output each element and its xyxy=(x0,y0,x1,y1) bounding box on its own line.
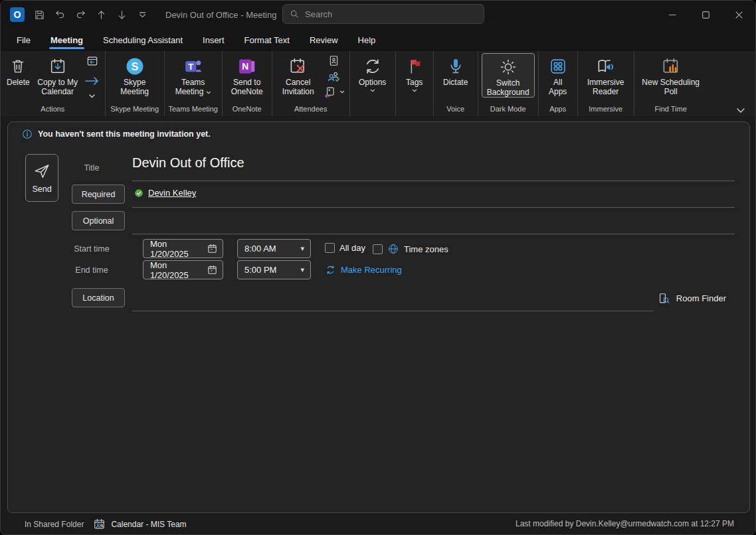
svg-text:N: N xyxy=(242,62,248,72)
address-book-button[interactable] xyxy=(328,54,340,67)
start-date-field[interactable]: Mon 1/20/2025 xyxy=(143,239,223,258)
all-day-checkbox-row: All day xyxy=(325,243,365,253)
forward-dropdown-icon[interactable] xyxy=(89,94,95,98)
ribbon-group-options: Options xyxy=(350,51,396,116)
teams-icon: T xyxy=(183,55,203,78)
response-options-button[interactable] xyxy=(324,86,345,98)
search-box[interactable] xyxy=(282,4,484,24)
ribbon-group-voice: Dictate Voice xyxy=(434,51,478,116)
options-button[interactable]: Options xyxy=(353,53,392,92)
scheduling-poll-icon xyxy=(661,55,681,78)
window-title: Devin Out of Office - Meeting xyxy=(165,10,276,20)
paper-plane-icon xyxy=(33,163,50,180)
teams-meeting-button[interactable]: T Teams Meeting xyxy=(168,53,219,96)
statusbar-folder: In Shared Folder Calendar - MIS Team xyxy=(25,518,187,530)
ribbon: Delete Copy to My Calendar xyxy=(1,51,755,116)
all-apps-button[interactable]: All Apps xyxy=(542,53,574,96)
info-icon xyxy=(22,129,33,139)
location-button[interactable]: Location xyxy=(72,288,125,307)
folder-name[interactable]: Calendar - MIS Team xyxy=(111,520,186,529)
flag-icon xyxy=(405,55,424,78)
chevron-down-icon xyxy=(339,90,345,94)
onenote-icon: N xyxy=(237,55,257,78)
new-scheduling-poll-button[interactable]: New Scheduling Poll xyxy=(638,53,704,96)
forward-arrow-button[interactable] xyxy=(84,76,100,86)
immersive-reader-button[interactable]: Immersive Reader xyxy=(581,53,630,96)
send-to-onenote-button[interactable]: N Send to OneNote xyxy=(226,53,268,96)
start-time-label: Start time xyxy=(65,244,118,254)
ribbon-group-dark-mode: Switch Background Dark Mode xyxy=(478,51,539,116)
dictate-button[interactable]: Dictate xyxy=(437,53,474,87)
tab-scheduling-assistant[interactable]: Scheduling Assistant xyxy=(102,31,184,50)
ribbon-group-attendees: Cancel Invitation Attendees xyxy=(272,51,350,116)
ribbon-group-teams-meeting: T Teams Meeting Teams Meeting xyxy=(165,51,223,116)
title-field[interactable]: Devin Out of Office xyxy=(132,155,244,171)
tab-meeting[interactable]: Meeting xyxy=(49,31,84,50)
tab-file[interactable]: File xyxy=(15,31,32,50)
dropdown-caret-icon: ▾ xyxy=(300,266,304,274)
check-names-button[interactable] xyxy=(327,70,341,84)
all-day-checkbox[interactable] xyxy=(325,243,335,253)
outlook-logo-icon: O xyxy=(10,7,25,22)
make-recurring-link[interactable]: Make Recurring xyxy=(325,264,402,275)
ribbon-group-skype-meeting: S Skype Meeting Skype Meeting xyxy=(106,51,165,116)
attendees-small-buttons xyxy=(322,53,346,100)
customize-toolbar-icon[interactable] xyxy=(136,9,148,21)
titlebar: O Devin Out of Office - Meeting xyxy=(1,1,755,29)
title-label: Title xyxy=(65,163,118,173)
cancel-invitation-button[interactable]: Cancel Invitation xyxy=(276,53,321,96)
end-date-field[interactable]: Mon 1/20/2025 xyxy=(143,260,223,279)
end-time-label: End time xyxy=(65,266,118,275)
svg-text:S: S xyxy=(131,60,138,72)
calendar-copy-icon xyxy=(48,55,67,78)
collapse-ribbon-button[interactable] xyxy=(737,108,745,113)
ribbon-group-actions: Delete Copy to My Calendar xyxy=(1,51,106,116)
last-modified-text: Last modified by Devin.Kelley@urmedwatch… xyxy=(516,519,734,528)
maximize-button[interactable] xyxy=(689,1,722,29)
chevron-down-icon xyxy=(370,89,375,92)
tab-review[interactable]: Review xyxy=(308,31,339,50)
ribbon-group-tags: Tags xyxy=(396,51,434,116)
optional-button[interactable]: Optional xyxy=(72,211,125,230)
end-time-dropdown[interactable]: 5:00 PM ▾ xyxy=(237,260,311,279)
switch-background-button[interactable]: Switch Background xyxy=(482,53,535,98)
save-button[interactable] xyxy=(33,9,45,21)
send-button[interactable]: Send xyxy=(25,154,58,202)
required-attendee-chip[interactable]: Devin Kelley xyxy=(134,188,196,198)
calendar-cancel-icon xyxy=(288,55,308,78)
undo-button[interactable] xyxy=(54,9,66,21)
tags-button[interactable]: Tags xyxy=(399,53,430,92)
immersive-reader-icon xyxy=(596,55,616,78)
skype-meeting-button[interactable]: S Skype Meeting xyxy=(109,53,161,96)
chevron-down-icon xyxy=(206,91,211,94)
copy-to-my-calendar-button[interactable]: Copy to My Calendar xyxy=(34,53,82,96)
sync-arrows-icon xyxy=(363,55,383,78)
ribbon-group-immersive: Immersive Reader Immersive xyxy=(578,51,634,116)
required-button[interactable]: Required xyxy=(72,185,125,204)
menubar: File Meeting Scheduling Assistant Insert… xyxy=(1,29,755,51)
meeting-form: You haven't sent this meeting invitation… xyxy=(7,121,750,513)
redo-button[interactable] xyxy=(74,9,86,21)
ribbon-group-onenote: N Send to OneNote OneNote xyxy=(223,51,272,116)
down-arrow-button[interactable] xyxy=(116,9,128,21)
separator xyxy=(132,234,735,234)
minimize-button[interactable] xyxy=(656,1,689,29)
shared-folder-label: In Shared Folder xyxy=(25,520,84,529)
calendar-icon xyxy=(207,264,218,275)
close-button[interactable] xyxy=(722,1,755,29)
delete-button[interactable]: Delete xyxy=(4,53,33,87)
separator xyxy=(132,311,654,311)
tab-format-text[interactable]: Format Text xyxy=(243,31,291,50)
room-finder-button[interactable]: Room Finder xyxy=(658,292,726,305)
search-icon xyxy=(290,9,299,19)
tab-help[interactable]: Help xyxy=(357,31,377,50)
up-arrow-button[interactable] xyxy=(95,9,107,21)
forward-calendar-button[interactable] xyxy=(86,54,99,68)
separator xyxy=(132,181,735,181)
search-input[interactable] xyxy=(305,9,477,19)
tab-insert[interactable]: Insert xyxy=(201,31,226,50)
presence-available-icon xyxy=(134,189,143,198)
room-finder-icon xyxy=(658,292,670,305)
time-zones-checkbox[interactable] xyxy=(373,244,383,254)
start-time-dropdown[interactable]: 8:00 AM ▾ xyxy=(237,239,311,258)
